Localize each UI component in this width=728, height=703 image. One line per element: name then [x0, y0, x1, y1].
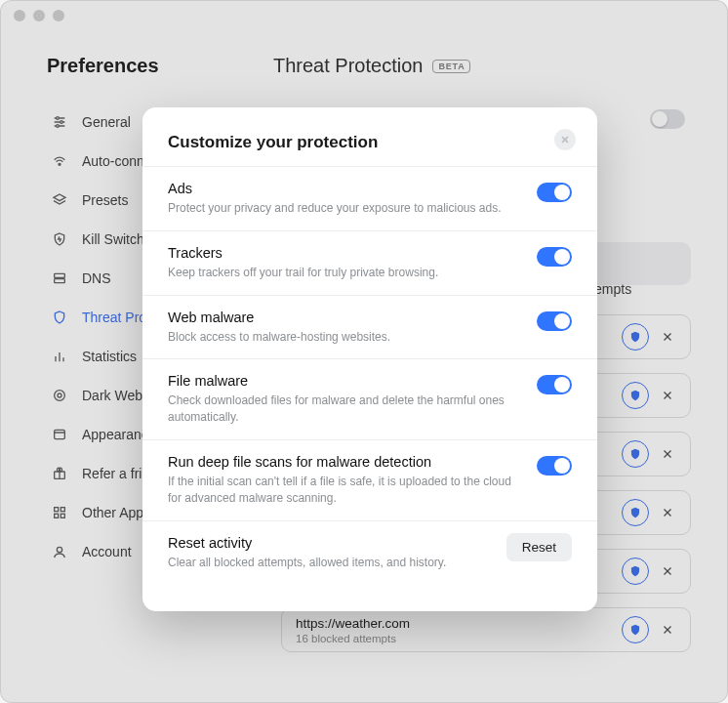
option-title: Reset activity	[168, 535, 491, 551]
option-title: Web malware	[168, 310, 521, 325]
modal-close-button[interactable]	[554, 129, 576, 150]
option-desc: Clear all blocked attempts, allowed item…	[168, 555, 491, 571]
option-web-malware: Web malware Block access to malware-host…	[142, 295, 597, 359]
option-ads: Ads Protect your privacy and reduce your…	[142, 166, 597, 230]
option-desc: If the initial scan can't tell if a file…	[168, 474, 521, 507]
option-desc: Check downloaded files for malware and d…	[168, 393, 521, 426]
option-desc: Block access to malware-hosting websites…	[168, 329, 521, 346]
option-trackers: Trackers Keep trackers off your trail fo…	[142, 230, 597, 295]
option-title: Trackers	[168, 245, 521, 261]
reset-button[interactable]: Reset	[506, 533, 572, 561]
option-reset: Reset activity Clear all blocked attempt…	[142, 520, 597, 585]
option-file-malware: File malware Check downloaded files for …	[142, 358, 597, 439]
app-window: Preferences General Auto-connect Presets…	[0, 0, 728, 703]
toggle-deep-scan[interactable]	[537, 456, 572, 476]
option-deep-scan: Run deep file scans for malware detectio…	[142, 439, 597, 520]
toggle-web-malware[interactable]	[537, 311, 572, 331]
option-title: Run deep file scans for malware detectio…	[168, 454, 521, 470]
option-title: File malware	[168, 373, 521, 389]
option-desc: Protect your privacy and reduce your exp…	[168, 200, 521, 217]
option-desc: Keep trackers off your trail for truly p…	[168, 265, 521, 281]
modal-title: Customize your protection	[142, 133, 597, 166]
toggle-ads[interactable]	[537, 183, 572, 202]
customize-protection-modal: Customize your protection Ads Protect yo…	[142, 107, 597, 611]
toggle-file-malware[interactable]	[537, 375, 572, 394]
toggle-trackers[interactable]	[537, 247, 572, 267]
option-title: Ads	[168, 181, 521, 196]
